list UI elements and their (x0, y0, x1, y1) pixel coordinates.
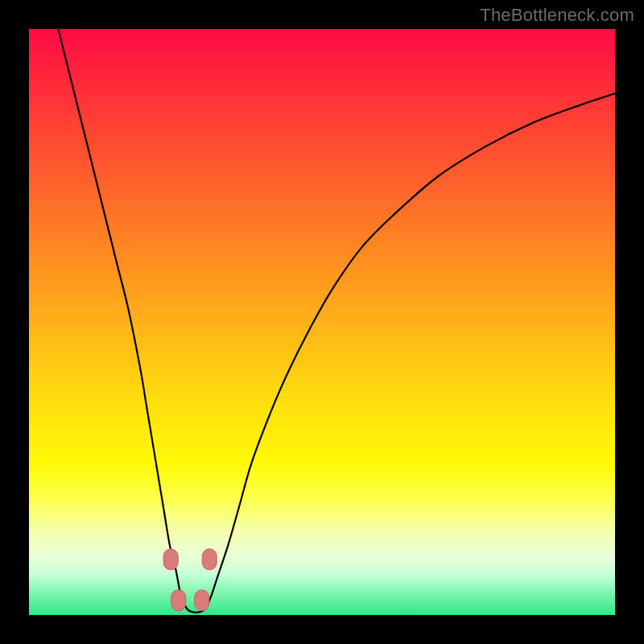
curve-markers (163, 549, 217, 611)
plot-area (29, 29, 615, 615)
watermark-text: TheBottleneck.com (480, 5, 634, 26)
curve-marker (163, 549, 178, 570)
chart-frame: TheBottleneck.com (0, 0, 644, 644)
curve-marker (171, 590, 186, 611)
curve-svg (29, 29, 615, 615)
curve-marker (202, 549, 217, 570)
bottleneck-curve (58, 29, 615, 613)
curve-marker (195, 590, 209, 611)
